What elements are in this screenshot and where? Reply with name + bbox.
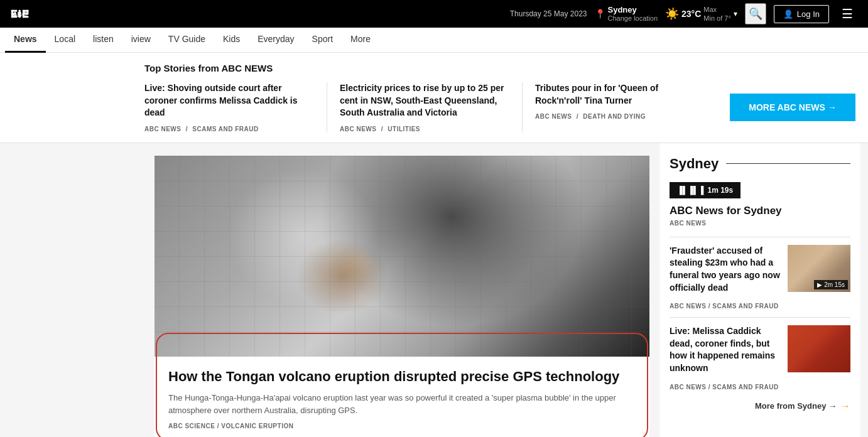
search-button[interactable]: 🔍: [745, 3, 766, 24]
story-3-tags: ABC NEWS / DEATH AND DYING: [535, 113, 705, 120]
header-date: Thursday 25 May 2023: [510, 9, 587, 18]
right-sidebar: Sydney ▐▌▐▌▐ 1m 19s ABC News for Sydney …: [659, 143, 860, 437]
top-story-3[interactable]: Tributes pour in for 'Queen of Rock'n'ro…: [535, 82, 717, 132]
video-duration-badge-1: ▶ 2m 15s: [814, 280, 848, 289]
sidebar-divider-1: [670, 237, 850, 237]
featured-image: [155, 156, 649, 357]
login-label: Log In: [797, 9, 820, 19]
sidebar-story-2-tag1: ABC NEWS: [670, 384, 706, 391]
abc-logo[interactable]: ABC: [10, 7, 30, 21]
featured-title[interactable]: How the Tongan volcano eruption disrupte…: [168, 368, 636, 386]
story-2-tags: ABC NEWS / UTILITIES: [340, 126, 509, 132]
sidebar-story-1[interactable]: 'Fraudster' accused of stealing $23m who…: [670, 245, 850, 298]
sidebar-story-2-title[interactable]: Live: Melissa Caddick dead, coroner find…: [670, 325, 781, 374]
sidebar-story-2-image: [788, 325, 850, 372]
more-from-sydney-link[interactable]: More from Sydney → →: [670, 401, 850, 412]
weather-dropdown-icon[interactable]: ▾: [734, 9, 737, 18]
location-pin-icon: 📍: [595, 9, 605, 19]
content-area: How the Tongan volcano eruption disrupte…: [144, 143, 659, 437]
featured-article[interactable]: How the Tongan volcano eruption disrupte…: [155, 156, 649, 437]
nav-item-local[interactable]: Local: [46, 28, 84, 53]
sidebar-story-1-title[interactable]: 'Fraudster' accused of stealing $23m who…: [670, 245, 781, 294]
sidebar-story-1-tag1: ABC NEWS: [670, 303, 706, 310]
hamburger-menu-button[interactable]: ☰: [837, 4, 858, 24]
more-arrow-icon: →: [840, 401, 850, 412]
sidebar-location-name: Sydney: [670, 156, 719, 172]
weather-temp: 23°C: [681, 9, 701, 19]
svg-text:ABC: ABC: [13, 12, 27, 19]
location-name: Sydney: [608, 5, 658, 15]
sidebar-divider-2: [670, 317, 850, 318]
weather-icon: ☀️: [665, 7, 679, 21]
featured-tags: ABC SCIENCE / VOLCANIC ERUPTION: [168, 423, 636, 429]
top-story-2[interactable]: Electricity prices to rise by up to 25 p…: [340, 82, 523, 132]
weather-min: Min of 7°: [703, 14, 731, 23]
story-1-tags: ABC NEWS / SCAMS AND FRAUD: [144, 126, 314, 132]
top-story-1[interactable]: Live: Shoving outside court after corone…: [144, 82, 327, 132]
featured-tag2: VOLCANIC ERUPTION: [221, 423, 293, 429]
video-duration-1: 2m 15s: [824, 281, 845, 288]
featured-tag1: ABC SCIENCE: [168, 423, 215, 429]
nav-item-tvguide[interactable]: TV Guide: [160, 28, 214, 53]
nav-item-everyday[interactable]: Everyday: [249, 28, 303, 53]
sidebar-location-title: Sydney: [670, 156, 850, 172]
sidebar-story-2[interactable]: Live: Melissa Caddick dead, coroner find…: [670, 325, 850, 378]
audio-duration: 1m 19s: [708, 186, 734, 195]
nav-item-sport[interactable]: Sport: [303, 28, 342, 53]
location-change: Change location: [608, 14, 658, 23]
sidebar-story-2-text: Live: Melissa Caddick dead, coroner find…: [670, 325, 781, 378]
featured-caption: How the Tongan volcano eruption disrupte…: [155, 357, 649, 437]
story-1-tag1: ABC NEWS: [144, 126, 181, 132]
location-text: Sydney Change location: [608, 5, 658, 23]
main-content: How the Tongan volcano eruption disrupte…: [0, 143, 868, 437]
left-sidebar: [0, 143, 144, 437]
story-2-tag1: ABC NEWS: [340, 126, 376, 132]
audio-badge[interactable]: ▐▌▐▌▐ 1m 19s: [670, 182, 741, 198]
story-3-tag2: DEATH AND DYING: [583, 113, 646, 120]
nav-item-listen[interactable]: listen: [84, 28, 122, 53]
sidebar-main-story-title[interactable]: ABC News for Sydney: [670, 205, 850, 217]
sidebar-main-story-tag: ABC NEWS: [670, 220, 850, 227]
nav-item-iview[interactable]: iview: [122, 28, 160, 53]
story-2-headline[interactable]: Electricity prices to rise by up to 25 p…: [340, 82, 509, 119]
top-stories-grid: Live: Shoving outside court after corone…: [144, 82, 855, 132]
story-3-headline[interactable]: Tributes pour in for 'Queen of Rock'n'ro…: [535, 82, 705, 107]
sidebar-story-2-img-inner: [788, 325, 850, 372]
more-abc-news-button[interactable]: MORE ABC NEWS →: [730, 94, 855, 121]
top-stories-section: Top Stories from ABC NEWS Live: Shoving …: [0, 53, 868, 143]
top-stories-title: Top Stories from ABC NEWS: [144, 63, 855, 73]
weather-max: Max: [703, 5, 731, 14]
person-icon: 👤: [783, 9, 793, 19]
weather-minmax: Max Min of 7°: [703, 5, 731, 23]
sidebar-story-1-tags: ABC NEWS / SCAMS AND FRAUD: [670, 303, 850, 310]
sidebar-story-2-tags: ABC NEWS / SCAMS AND FRAUD: [670, 384, 850, 391]
nav-item-more[interactable]: More: [342, 28, 379, 53]
play-icon: ▶: [817, 281, 822, 288]
more-from-label: More from Sydney →: [755, 401, 837, 411]
header: ABC Thursday 25 May 2023 📍 Sydney Change…: [0, 0, 868, 28]
header-left: ABC: [10, 7, 30, 21]
sidebar-story-1-image: ▶ 2m 15s: [788, 245, 850, 292]
sidebar-location-line: [726, 163, 850, 164]
header-right: Thursday 25 May 2023 📍 Sydney Change loc…: [510, 3, 858, 24]
header-location[interactable]: 📍 Sydney Change location: [595, 5, 658, 23]
story-2-tag2: UTILITIES: [388, 126, 420, 132]
story-1-headline[interactable]: Live: Shoving outside court after corone…: [144, 82, 314, 119]
nav-item-news[interactable]: News: [5, 28, 46, 53]
sidebar-story-1-tag2: SCAMS AND FRAUD: [712, 303, 778, 310]
featured-description: The Hunga-Tonga-Hunga-Ha'apai volcano er…: [168, 392, 636, 416]
story-1-tag2: SCAMS AND FRAUD: [192, 126, 258, 132]
sidebar-story-1-text: 'Fraudster' accused of stealing $23m who…: [670, 245, 781, 298]
svg-rect-9: [26, 10, 28, 15]
nav-item-kids[interactable]: Kids: [214, 28, 249, 53]
sidebar-story-2-tag2: SCAMS AND FRAUD: [712, 384, 778, 391]
header-weather: ☀️ 23°C Max Min of 7° ▾: [665, 5, 737, 23]
login-button[interactable]: 👤 Log In: [774, 5, 829, 23]
main-nav: News Local listen iview TV Guide Kids Ev…: [0, 28, 868, 53]
story-3-tag1: ABC NEWS: [535, 113, 572, 120]
audio-wave-icon: ▐▌▐▌▐: [677, 186, 704, 195]
